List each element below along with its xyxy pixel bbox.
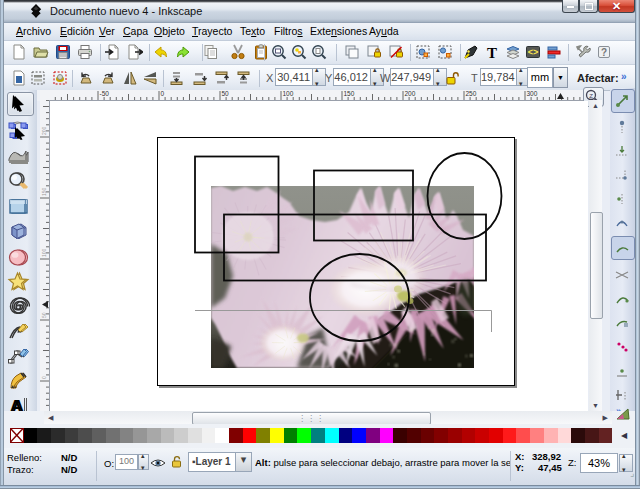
svg-text:<>: <> [528, 47, 539, 57]
svg-text:?: ? [601, 47, 607, 58]
svg-text:T: T [487, 45, 497, 61]
svg-text:Z: Z [589, 93, 593, 99]
